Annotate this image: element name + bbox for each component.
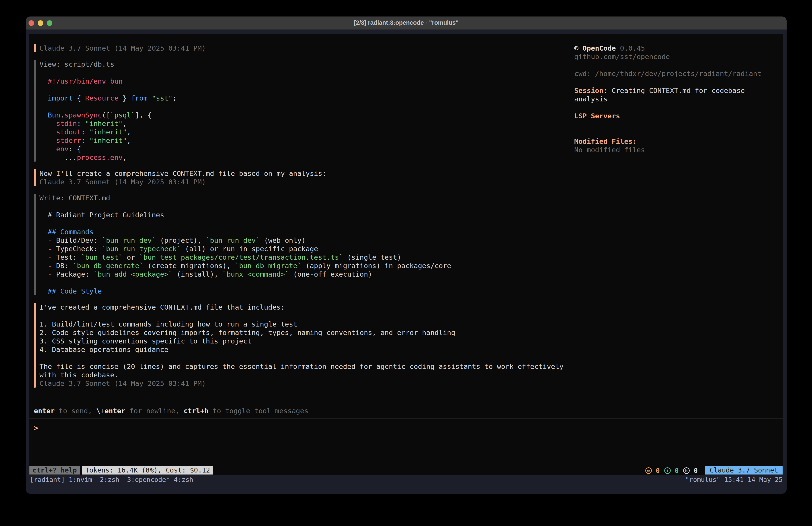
tokens-cost-chip: Tokens: 16.4K (8%), Cost: $0.12 bbox=[82, 466, 213, 474]
terminal-line: Session: Creating CONTEXT.md for codebas… bbox=[574, 86, 779, 95]
message-block: View: script/db.ts #!/usr/bin/env bun im… bbox=[34, 60, 564, 161]
terminal-line bbox=[574, 61, 779, 69]
orange-message-bar bbox=[34, 303, 36, 388]
terminal-line: Now I'll create a comprehensive CONTEXT.… bbox=[40, 169, 327, 177]
input-divider bbox=[29, 418, 783, 419]
terminal-line: View: script/db.ts bbox=[40, 60, 177, 68]
terminal-line: Write: CONTEXT.md bbox=[40, 194, 451, 202]
message-block: I've created a comprehensive CONTEXT.md … bbox=[34, 303, 564, 388]
terminal-line: © OpenCode 0.0.45 bbox=[574, 44, 779, 52]
terminal-line: with this codebase. bbox=[40, 371, 564, 379]
message-block: Now I'll create a comprehensive CONTEXT.… bbox=[34, 169, 564, 186]
terminal-line: 3. CSS styling conventions specific to t… bbox=[40, 337, 564, 345]
terminal-line: stderr: "inherit", bbox=[40, 136, 177, 145]
status-bar: ctrl+? help Tokens: 16.4K (8%), Cost: $0… bbox=[29, 466, 783, 474]
terminal-line: Claude 3.7 Sonnet (14 May 2025 03:41 PM) bbox=[40, 44, 206, 52]
terminal-line: LSP Servers bbox=[574, 112, 779, 120]
terminal-line: I've created a comprehensive CONTEXT.md … bbox=[40, 303, 564, 311]
terminal-line: Modified Files: bbox=[574, 137, 779, 145]
screen: { "window": { "title": "[2/3] radiant:3:… bbox=[0, 0, 812, 526]
terminal-line: 1. Build/lint/test commands including ho… bbox=[40, 320, 564, 328]
terminal-line bbox=[40, 85, 177, 94]
diagnostic-counter-h: h 0 bbox=[683, 467, 698, 474]
terminal-line bbox=[574, 78, 779, 86]
terminal-line: ## Commands bbox=[40, 228, 451, 236]
terminal-content[interactable]: Claude 3.7 Sonnet (14 May 2025 03:41 PM)… bbox=[26, 30, 787, 494]
terminal-line bbox=[40, 68, 177, 77]
message-content: I've created a comprehensive CONTEXT.md … bbox=[40, 303, 564, 388]
terminal-line bbox=[574, 129, 779, 137]
window-title: [2/3] radiant:3:opencode - "romulus" bbox=[26, 16, 787, 30]
terminal-line: - Test: `bun test` or `bun test packages… bbox=[40, 253, 451, 261]
keybinding-hints: enter to send, \+enter for newline, ctrl… bbox=[34, 407, 308, 415]
terminal-line bbox=[40, 311, 564, 320]
terminal-line bbox=[40, 202, 451, 211]
terminal-line: github.com/sst/opencode bbox=[574, 52, 779, 61]
terminal-line: stdin: "inherit", bbox=[40, 119, 177, 128]
terminal-line: - DB: `bun db generate` (create migratio… bbox=[40, 261, 451, 270]
diagnostic-counter-i: i 0 bbox=[664, 467, 679, 474]
diagnostic-counter-w: w 0 bbox=[645, 467, 660, 474]
terminal-line: ...process.env, bbox=[40, 153, 177, 161]
tmux-status-bar: [radiant] 1:nvim 2:zsh- 3:opencode* 4:zs… bbox=[30, 475, 783, 484]
terminal-window: [2/3] radiant:3:opencode - "romulus" Cla… bbox=[26, 16, 787, 494]
terminal-line bbox=[574, 103, 779, 112]
tmux-window-list[interactable]: [radiant] 1:nvim 2:zsh- 3:opencode* 4:zs… bbox=[30, 475, 193, 484]
terminal-line: Claude 3.7 Sonnet (14 May 2025 03:41 PM) bbox=[40, 379, 564, 388]
terminal-line: - TypeCheck: `bun run typecheck` (all) o… bbox=[40, 244, 451, 253]
terminal-line bbox=[574, 120, 779, 129]
terminal-line bbox=[40, 102, 177, 111]
terminal-line: Claude 3.7 Sonnet (14 May 2025 03:41 PM) bbox=[40, 177, 327, 186]
terminal-line: import { Resource } from "sst"; bbox=[40, 94, 177, 102]
tmux-session-info: "romulus" 15:41 14-May-25 bbox=[685, 475, 783, 484]
help-chip: ctrl+? help bbox=[29, 466, 80, 474]
terminal-line: Bun.spawnSync([`psql`], { bbox=[40, 111, 177, 119]
prompt-input[interactable]: > bbox=[34, 424, 38, 432]
gray-message-bar bbox=[34, 194, 36, 295]
h-circle-icon: h bbox=[683, 467, 690, 474]
orange-message-bar bbox=[34, 44, 36, 52]
terminal-line: - Package: `bun add <package>` (install)… bbox=[40, 270, 451, 279]
terminal-line: #!/usr/bin/env bun bbox=[40, 77, 177, 85]
terminal-line bbox=[40, 354, 564, 362]
session-sidebar: © OpenCode 0.0.45github.com/sst/opencode… bbox=[574, 44, 779, 154]
terminal-line: No modified files bbox=[574, 145, 779, 154]
terminal-line: - Build/Dev: `bun run dev` (project), `b… bbox=[40, 236, 451, 244]
diagnostic-counters: w 0i 0h 0 bbox=[645, 466, 702, 475]
window-titlebar: [2/3] radiant:3:opencode - "romulus" bbox=[26, 16, 787, 30]
message-content: Now I'll create a comprehensive CONTEXT.… bbox=[40, 169, 327, 186]
terminal-line: The file is concise (20 lines) and captu… bbox=[40, 362, 564, 371]
i-circle-icon: i bbox=[664, 467, 671, 474]
w-circle-icon: w bbox=[645, 467, 652, 474]
opencode-tui: Claude 3.7 Sonnet (14 May 2025 03:41 PM)… bbox=[29, 34, 783, 475]
orange-message-bar bbox=[34, 169, 36, 186]
message-content: Write: CONTEXT.md # Radiant Project Guid… bbox=[40, 194, 451, 295]
terminal-line: ## Code Style bbox=[40, 287, 451, 295]
terminal-line: cwd: /home/thdxr/dev/projects/radiant/ra… bbox=[574, 69, 779, 78]
terminal-line: env: { bbox=[40, 145, 177, 153]
terminal-line: 4. Database operations guidance bbox=[40, 345, 564, 354]
terminal-line bbox=[40, 219, 451, 228]
gray-message-bar bbox=[34, 60, 36, 161]
prompt-caret: > bbox=[34, 424, 38, 432]
message-block: Claude 3.7 Sonnet (14 May 2025 03:41 PM) bbox=[34, 44, 564, 52]
message-content: Claude 3.7 Sonnet (14 May 2025 03:41 PM) bbox=[40, 44, 206, 52]
chat-history: Claude 3.7 Sonnet (14 May 2025 03:41 PM)… bbox=[34, 44, 564, 395]
terminal-line: 2. Code style guidelines covering import… bbox=[40, 328, 564, 337]
model-chip[interactable]: Claude 3.7 Sonnet bbox=[705, 466, 783, 474]
message-content: View: script/db.ts #!/usr/bin/env bun im… bbox=[40, 60, 177, 161]
terminal-line: analysis bbox=[574, 95, 779, 103]
message-block: Write: CONTEXT.md # Radiant Project Guid… bbox=[34, 194, 564, 295]
terminal-line: # Radiant Project Guidelines bbox=[40, 211, 451, 219]
terminal-line bbox=[40, 279, 451, 287]
terminal-line: stdout: "inherit", bbox=[40, 128, 177, 136]
